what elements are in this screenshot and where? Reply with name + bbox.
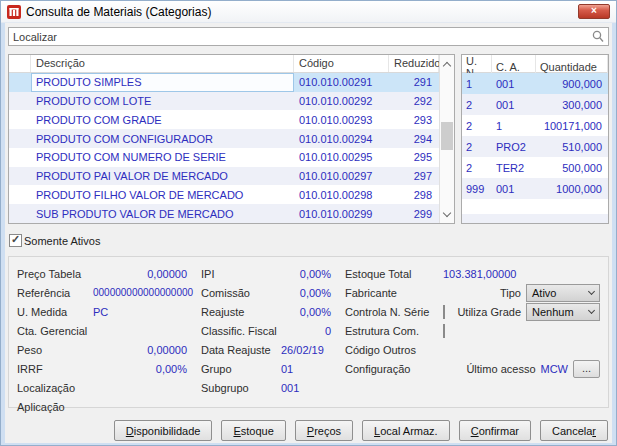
cell-codigo: 010.010.00295 xyxy=(294,151,389,163)
cell-reduzido: 291 xyxy=(389,76,439,88)
stock-empty-stripe xyxy=(462,214,608,223)
titlebar: Consulta de Materiais (Categorias) × xyxy=(1,1,616,23)
details-panel: Preço Tabela0,00000 Referência0000000000… xyxy=(8,256,609,408)
field-label: Estrutura Com. xyxy=(345,325,443,337)
stock-row[interactable]: 2 1 100171,000 xyxy=(462,115,608,136)
cell-ca: PRO2 xyxy=(492,141,536,153)
dialog-content: Descrição Código Reduzido PRODUTO SIMPLE… xyxy=(5,23,612,443)
cell-un: 2 xyxy=(462,99,492,111)
peso-value: 0,00000 xyxy=(93,344,187,356)
cell-un: 2 xyxy=(462,141,492,153)
field-label: IPI xyxy=(201,268,281,280)
ipi-value: 0,00% xyxy=(281,268,331,280)
field-label: Estoque Total xyxy=(345,268,443,280)
more-button[interactable]: ... xyxy=(573,360,600,378)
scroll-down-icon[interactable] xyxy=(440,206,454,223)
precos-button[interactable]: Preços xyxy=(295,420,353,441)
stock-row[interactable]: 999 001 1000,000 xyxy=(462,178,608,199)
table-row[interactable]: SUB PRODUTO VALOR DE MERCADO 010.010.002… xyxy=(9,204,439,223)
search-input[interactable] xyxy=(8,27,609,46)
app-logo-icon xyxy=(7,5,21,19)
dialog-window: Consulta de Materiais (Categorias) × xyxy=(0,0,617,446)
column-header-descricao[interactable]: Descrição xyxy=(31,55,294,72)
cell-quantidade: 300,000 xyxy=(536,99,608,111)
cell-descricao: PRODUTO COM LOTE xyxy=(31,95,294,107)
stock-row[interactable]: 2 PRO2 510,000 xyxy=(462,136,608,157)
cell-un: 999 xyxy=(462,183,492,195)
table-row[interactable]: PRODUTO COM LOTE 010.010.00292 292 xyxy=(9,92,439,111)
disponibilidade-button[interactable]: Disponibilidade xyxy=(114,420,213,441)
table-row[interactable]: PRODUTO COM CONFIGURADOR 010.010.00294 2… xyxy=(9,129,439,148)
cell-codigo: 010.010.00294 xyxy=(294,133,389,145)
referencia-value: 000000000000000000 xyxy=(93,287,193,298)
data-reajuste-value: 26/02/19 xyxy=(281,344,331,356)
field-label: U. Medida xyxy=(17,306,93,318)
cell-quantidade: 900,000 xyxy=(536,78,608,90)
search-row xyxy=(8,27,609,46)
products-header-row: Descrição Código Reduzido xyxy=(9,55,439,73)
tipo-select[interactable]: Ativo xyxy=(526,284,600,302)
cell-quantidade: 1000,000 xyxy=(536,183,608,195)
tipo-value: Ativo xyxy=(532,287,556,299)
table-row[interactable]: PRODUTO PAI VALOR DE MERCADO 010.010.002… xyxy=(9,167,439,186)
cell-un: 1 xyxy=(462,78,492,90)
local-armaz-button[interactable]: Local Armaz. xyxy=(362,420,450,441)
cell-ca: TER2 xyxy=(492,162,536,174)
scroll-up-icon[interactable] xyxy=(440,55,454,72)
field-label: Controla N. Série xyxy=(345,306,443,318)
cell-ca: 001 xyxy=(492,78,536,90)
field-label: Configuração xyxy=(345,363,443,375)
cell-descricao: PRODUTO PAI VALOR DE MERCADO xyxy=(31,170,294,182)
column-header-codigo[interactable]: Código xyxy=(294,55,389,72)
cell-reduzido: 298 xyxy=(389,189,439,201)
search-icon xyxy=(592,30,604,43)
cell-descricao: SUB PRODUTO VALOR DE MERCADO xyxy=(31,208,294,220)
preco-tabela-value: 0,00000 xyxy=(93,268,187,280)
cell-codigo: 010.010.00291 xyxy=(294,76,389,88)
cell-un: 2 xyxy=(462,120,492,132)
controla-n-serie-checkbox[interactable] xyxy=(443,305,445,319)
field-label: Último acesso xyxy=(466,363,535,375)
grupo-value: 01 xyxy=(281,363,331,375)
cell-reduzido: 297 xyxy=(389,170,439,182)
chevron-down-icon xyxy=(588,306,595,313)
stock-row[interactable]: 1 001 900,000 xyxy=(462,73,608,94)
cell-ca: 001 xyxy=(492,99,536,111)
classific-fiscal-value: 0 xyxy=(281,325,331,337)
tables-row: Descrição Código Reduzido PRODUTO SIMPLE… xyxy=(8,54,609,224)
field-label: Comissão xyxy=(201,287,281,299)
cell-descricao: PRODUTO SIMPLES xyxy=(31,73,294,92)
estrutura-com-checkbox[interactable] xyxy=(443,324,445,338)
confirmar-button[interactable]: Confirmar xyxy=(459,420,531,441)
table-row[interactable]: PRODUTO COM NUMERO DE SERIE 010.010.0029… xyxy=(9,148,439,167)
cell-descricao: PRODUTO COM CONFIGURADOR xyxy=(31,133,294,145)
field-label: Cta. Gerencial xyxy=(17,325,93,337)
stock-row[interactable]: 2 001 300,000 xyxy=(462,94,608,115)
table-row[interactable]: PRODUTO COM GRADE 010.010.00293 293 xyxy=(9,110,439,129)
column-header-reduzido[interactable]: Reduzido xyxy=(389,55,439,72)
field-label: Utiliza Grade xyxy=(457,306,521,318)
stock-row[interactable]: 2 TER2 500,000 xyxy=(462,157,608,178)
close-button[interactable]: × xyxy=(578,4,610,19)
field-label: Reajuste xyxy=(201,306,281,318)
cell-quantidade: 500,000 xyxy=(536,162,608,174)
utiliza-grade-select[interactable]: Nenhum xyxy=(526,303,600,321)
somente-ativos-checkbox[interactable] xyxy=(9,234,22,247)
table-row[interactable]: PRODUTO FILHO VALOR DE MERCADO 010.010.0… xyxy=(9,185,439,204)
u-medida-value: PC xyxy=(93,306,187,318)
field-label: Peso xyxy=(17,344,93,356)
cell-codigo: 010.010.00297 xyxy=(294,170,389,182)
table-row[interactable]: PRODUTO SIMPLES 010.010.00291 291 xyxy=(9,73,439,92)
field-label: Grupo xyxy=(201,363,281,375)
cell-quantidade: 100171,000 xyxy=(536,120,608,132)
details-column-1: Preço Tabela0,00000 Referência0000000000… xyxy=(17,264,187,407)
field-label: IRRF xyxy=(17,363,93,375)
cell-reduzido: 299 xyxy=(389,208,439,220)
scrollbar-thumb[interactable] xyxy=(441,122,453,150)
vertical-scrollbar[interactable] xyxy=(439,55,454,223)
irrf-value: 0,00% xyxy=(93,363,187,375)
estoque-button[interactable]: Estoque xyxy=(221,420,285,441)
field-label: Código Outros xyxy=(345,344,443,356)
cancelar-button[interactable]: Cancelar xyxy=(540,420,608,441)
status-column-header xyxy=(9,55,31,72)
